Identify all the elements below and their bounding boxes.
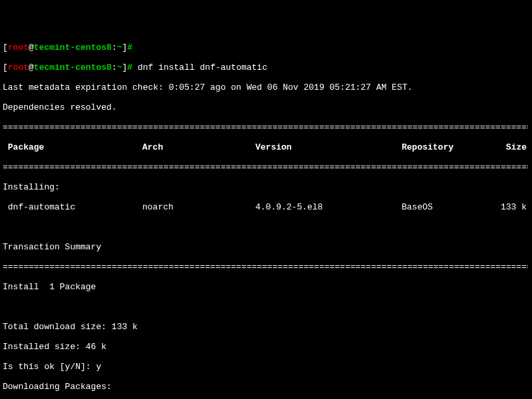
download-size: Total download size: 133 k bbox=[3, 322, 529, 332]
package-row: dnf-automaticnoarch4.0.9.2-5.el8BaseOS13… bbox=[3, 202, 527, 212]
divider: ========================================… bbox=[3, 262, 528, 272]
deps-resolved: Dependencies resolved. bbox=[3, 102, 529, 112]
table-header: PackageArchVersionRepositorySize bbox=[3, 142, 527, 152]
installing-label: Installing: bbox=[3, 182, 529, 192]
blank bbox=[3, 302, 529, 312]
confirm-prompt[interactable]: Is this ok [y/N]: y bbox=[3, 362, 529, 372]
blank bbox=[3, 222, 529, 232]
downloading-label: Downloading Packages: bbox=[3, 382, 529, 392]
command-text: dnf install dnf-automatic bbox=[138, 63, 267, 72]
divider: ========================================… bbox=[3, 122, 528, 132]
prompt-line-2[interactable]: [root@tecmint-centos8:~]# dnf install dn… bbox=[3, 63, 529, 72]
installed-size: Installed size: 46 k bbox=[3, 342, 529, 352]
prompt-line-1: [root@tecmint-centos8:~]# bbox=[3, 43, 529, 53]
transaction-summary: Transaction Summary bbox=[3, 242, 529, 252]
install-count: Install 1 Package bbox=[3, 282, 529, 292]
metadata-line: Last metadata expiration check: 0:05:27 … bbox=[3, 82, 529, 92]
divider: ========================================… bbox=[3, 162, 528, 172]
